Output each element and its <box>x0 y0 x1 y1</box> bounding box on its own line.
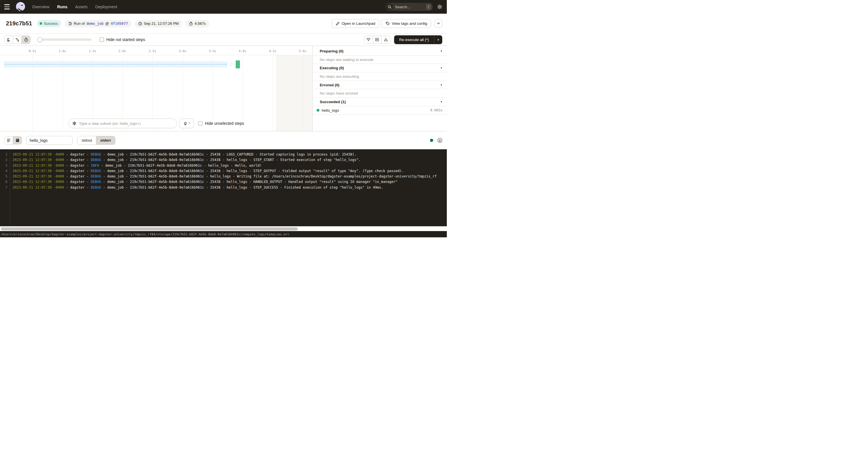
nav-item-assets[interactable]: Assets <box>75 5 88 9</box>
timed-mode-stopwatch-icon <box>24 38 28 42</box>
hide-unselected-checkbox[interactable] <box>198 121 203 126</box>
step-duration: 0.065s <box>430 108 442 112</box>
nav-links: Overview Runs Assets Deployment <box>32 5 117 9</box>
step-bar-hello-logs[interactable] <box>236 60 240 68</box>
log-view-mode-group <box>4 136 22 145</box>
hide-not-started-checkbox[interactable] <box>99 37 104 42</box>
nav-item-deployment[interactable]: Deployment <box>95 5 117 9</box>
at-symbol: @ <box>105 21 109 26</box>
tab-stderr[interactable]: stderr <box>96 136 115 145</box>
job-name-link[interactable]: demo_job <box>86 21 103 26</box>
log-line: 72023-09-21 12:07:30 -0400 - dagster - D… <box>0 185 447 190</box>
axis-tick: 3.0s <box>176 49 189 53</box>
log-line: 32023-09-21 12:07:30 -0400 - dagster - I… <box>0 163 447 168</box>
hide-not-started-label: Hide not started steps <box>106 37 145 42</box>
layers-icon <box>183 121 187 126</box>
run-header: 219c7b51 Success Run of demo_job @ 4f105… <box>0 14 447 34</box>
split-panels-button[interactable] <box>373 36 381 43</box>
gantt-mode-flat-button[interactable] <box>5 36 13 43</box>
compute-log-path: /Users/erincochran/Desktop/dagster-examp… <box>1 233 289 236</box>
section-header-preparing[interactable]: Preparing (0) ▼ <box>313 47 447 56</box>
log-line: 22023-09-21 12:07:30 -0400 - dagster - D… <box>0 157 447 163</box>
download-logs-icon[interactable] <box>437 137 442 143</box>
status-bar: /Users/erincochran/Desktop/dagster-examp… <box>0 231 447 237</box>
step-subset-input[interactable] <box>79 121 173 126</box>
gantt-mode-timed-button[interactable] <box>22 36 30 43</box>
section-header-succeeded[interactable]: Succeeded (1) ▼ <box>313 98 447 106</box>
view-tags-config-button[interactable]: View tags and config <box>381 19 431 28</box>
section-caret-icon: ▼ <box>440 100 442 103</box>
duration-label: 4.567s <box>195 21 206 26</box>
axis-tick: 5.0s <box>297 49 309 53</box>
gantt-toolbar: Hide not started steps <box>0 34 447 46</box>
step-waiting-band <box>4 61 227 67</box>
stdout-stderr-tabs: stdout stderr <box>77 136 116 145</box>
section-caret-icon: ▼ <box>440 67 442 69</box>
section-empty-executing: No steps are executing <box>313 72 447 81</box>
raw-console-icon <box>16 138 20 143</box>
run-actions-dropdown-button[interactable] <box>435 19 442 28</box>
section-caret-icon: ▼ <box>440 84 442 86</box>
status-badge: Success <box>37 20 61 27</box>
structured-log-view-button[interactable] <box>5 136 13 144</box>
collapse-caret: ^ <box>189 122 190 125</box>
step-subset-row: ^ Hide unselected steps <box>0 118 313 128</box>
hide-unselected-label: Hide unselected steps <box>205 121 244 126</box>
axis-tick: 4.5s <box>267 49 279 53</box>
flat-mode-icon <box>6 38 11 42</box>
settings-gear-icon[interactable] <box>437 4 442 9</box>
clock-icon <box>138 22 142 26</box>
duration-chip: 4.567s <box>186 20 209 27</box>
reexecute-dropdown-caret[interactable]: ▾ <box>434 38 442 41</box>
collapse-layers-button[interactable]: ^ <box>180 119 194 128</box>
section-header-errored[interactable]: Errored (0) ▼ <box>313 81 447 89</box>
step-subset-field[interactable] <box>68 119 177 128</box>
stopwatch-icon <box>189 22 193 26</box>
search-icon <box>386 3 393 10</box>
log-line: 62023-09-21 12:07:30 -0400 - dagster - D… <box>0 179 447 185</box>
dagster-run-page: Overview Runs Assets Deployment / <box>0 0 447 237</box>
horizontal-scrollbar <box>0 226 447 231</box>
log-step-filter-input[interactable] <box>26 136 73 145</box>
timestamp-label: Sep 21, 12:07:26 PM <box>144 21 179 26</box>
expand-top-panel-button[interactable] <box>381 36 390 43</box>
step-name: hello_logs <box>322 108 339 113</box>
timestamp-chip: Sep 21, 12:07:26 PM <box>135 20 182 27</box>
split-panels-icon <box>375 37 379 42</box>
history-icon <box>68 22 72 26</box>
step-row-hello-logs[interactable]: hello_logs 0.065s <box>313 106 447 115</box>
gantt-zoom-slider[interactable] <box>37 37 91 42</box>
scrollbar-thumb[interactable] <box>1 227 298 230</box>
nav-item-overview[interactable]: Overview <box>32 5 49 9</box>
gantt-view-mode-group <box>4 36 30 44</box>
step-status-panel: Preparing (0) ▼ No steps are waiting to … <box>313 46 447 131</box>
panel-layout-group <box>364 36 391 44</box>
section-header-executing[interactable]: Executing (0) ▼ <box>313 64 447 72</box>
raw-log-view-button[interactable] <box>13 136 22 144</box>
search-input[interactable] <box>395 5 421 9</box>
axis-tick: 0.5s <box>26 49 39 53</box>
section-caret-icon: ▼ <box>440 50 442 53</box>
gantt-mode-waterfall-button[interactable] <box>13 36 22 43</box>
top-navbar: Overview Runs Assets Deployment / <box>0 0 447 14</box>
axis-tick: 1.0s <box>56 49 69 53</box>
nav-item-runs[interactable]: Runs <box>57 5 67 9</box>
open-in-launchpad-button[interactable]: Open in Launchpad <box>332 19 379 28</box>
reexecute-all-button[interactable]: Re-execute all (*) ▾ <box>394 35 442 44</box>
chevron-down-icon <box>437 23 440 25</box>
op-selector-icon <box>72 121 76 126</box>
tab-stdout[interactable]: stdout <box>78 136 96 145</box>
hamburger-menu-icon[interactable] <box>4 4 11 9</box>
run-of-label: Run of <box>74 21 85 26</box>
global-search[interactable]: / <box>385 3 433 11</box>
snapshot-id-link[interactable]: 4f105077 <box>111 21 128 26</box>
run-id-title: 219c7b51 <box>6 20 32 27</box>
run-of-chip: Run of demo_job @ 4f105077 <box>65 20 131 27</box>
waterfall-mode-icon <box>15 38 20 42</box>
log-line: 42023-09-21 12:07:30 -0400 - dagster - D… <box>0 168 447 174</box>
step-marker-icon <box>230 63 232 65</box>
dagster-logo-icon[interactable] <box>15 1 26 12</box>
section-empty-errored: No steps have errored <box>313 89 447 98</box>
slider-thumb[interactable] <box>37 37 42 42</box>
collapse-bottom-panel-button[interactable] <box>365 36 373 43</box>
